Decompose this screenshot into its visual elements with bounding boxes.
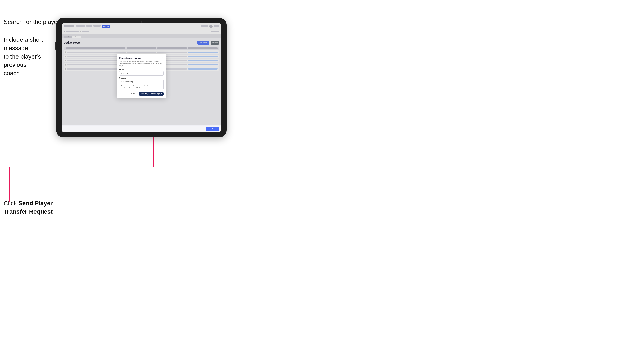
content-area: Update Roster + Add to roster + Cohort xyxy=(62,38,221,125)
modal-close-button[interactable]: × xyxy=(161,57,164,59)
arrow-line-vertical-2 xyxy=(153,137,154,167)
modal-dialog: Request player transfer × If the player … xyxy=(117,54,166,98)
annotation-search: Search for the player. xyxy=(4,18,61,26)
arrow-line-horizontal-2 xyxy=(9,167,154,167)
modal-overlay: Request player transfer × If the player … xyxy=(62,23,221,125)
modal-actions: Cancel Send Player Transfer Request xyxy=(119,92,164,96)
modal-title: Request player transfer xyxy=(119,57,141,59)
arrow-line-vertical-1 xyxy=(9,72,10,72)
modal-description: If the player is transferring from anoth… xyxy=(119,60,164,67)
player-input[interactable] xyxy=(119,71,164,76)
modal-header: Request player transfer × xyxy=(119,57,164,59)
cancel-button[interactable]: Cancel xyxy=(130,92,138,95)
arrow-line-vertical-2b xyxy=(9,167,10,202)
tablet-frame: Game Day Invite Roster xyxy=(56,18,226,137)
annotation-click: Click Send PlayerTransfer Request xyxy=(4,199,62,216)
save-roster-button[interactable]: Save Roster xyxy=(206,127,219,131)
annotation-click-bold: Send PlayerTransfer Request xyxy=(4,200,52,215)
message-label: Message xyxy=(119,77,164,79)
player-label: Player xyxy=(119,68,164,70)
tablet-screen: Game Day Invite Roster xyxy=(62,23,221,132)
annotation-message: Include a short messageto the player's p… xyxy=(4,35,56,77)
message-textarea[interactable]: Hi Coach McHarg, Please accept this tran… xyxy=(119,80,164,89)
bottom-bar: Save Roster xyxy=(62,126,221,132)
send-transfer-button[interactable]: Send Player Transfer Request xyxy=(139,92,164,96)
